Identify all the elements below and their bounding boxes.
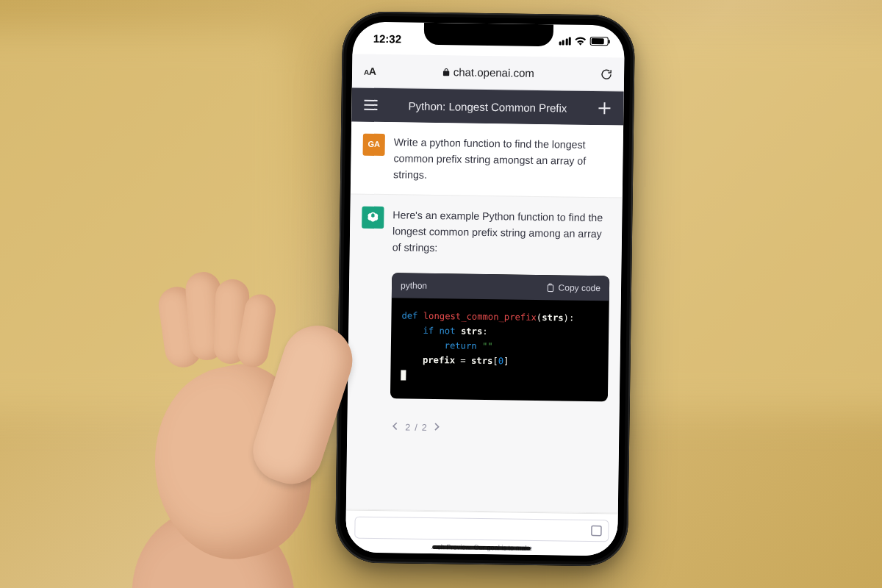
plus-icon <box>598 101 611 115</box>
wifi-icon <box>575 37 587 46</box>
lock-icon <box>442 68 450 76</box>
send-icon <box>590 525 602 537</box>
code-token: = <box>460 356 466 366</box>
response-pagination: 2 / 2 <box>390 419 607 440</box>
code-block: python Copy code def longest_common_pref… <box>390 273 609 401</box>
code-token: if <box>423 326 434 336</box>
text-cursor <box>401 370 406 380</box>
assistant-avatar <box>362 207 384 229</box>
phone-notch <box>424 23 553 46</box>
code-language-label: python <box>401 279 427 293</box>
code-token: strs <box>542 312 564 323</box>
aa-big-label: A <box>369 65 376 76</box>
message-input[interactable] <box>354 517 609 542</box>
copy-code-button[interactable]: Copy code <box>545 281 601 295</box>
chat-header: Python: Longest Common Prefix <box>351 87 624 125</box>
assistant-message-text: Here's an example Python function to fin… <box>392 207 611 258</box>
reload-icon <box>600 68 613 81</box>
code-token: "" <box>482 341 493 351</box>
code-header: python Copy code <box>392 273 609 301</box>
message-assistant: Here's an example Python function to fin… <box>346 193 623 513</box>
code-token: strs <box>471 356 493 366</box>
chat-title: Python: Longest Common Prefix <box>390 99 585 115</box>
code-token: strs <box>461 326 483 337</box>
code-token: prefix <box>423 355 455 366</box>
battery-icon <box>590 37 609 46</box>
user-avatar: GA <box>363 134 385 156</box>
clipboard-icon <box>545 283 555 293</box>
code-token: not <box>439 326 455 336</box>
pagination-total: 2 <box>422 420 427 434</box>
url-text: chat.openai.com <box>453 65 534 79</box>
svg-rect-0 <box>548 284 553 291</box>
copy-code-label: Copy code <box>559 281 601 295</box>
status-time: 12:32 <box>373 32 402 45</box>
prev-response-button[interactable] <box>390 419 401 437</box>
code-token: return <box>445 340 477 351</box>
pagination-current: 2 <box>405 420 410 434</box>
reader-textsize-button[interactable]: AA <box>361 62 379 79</box>
code-token: longest_common_prefix <box>423 311 537 323</box>
new-chat-button[interactable] <box>594 98 614 118</box>
conversation: GA Write a python function to find the l… <box>346 121 623 513</box>
openai-logo-icon <box>366 211 379 224</box>
code-body[interactable]: def longest_common_prefix(strs): if not … <box>390 298 609 401</box>
menu-button[interactable] <box>360 95 381 115</box>
safari-address-bar: AA chat.openai.com <box>352 54 625 91</box>
user-message-text: Write a python function to find the long… <box>393 134 612 185</box>
url-field[interactable]: chat.openai.com <box>384 65 592 80</box>
svg-rect-1 <box>592 526 601 536</box>
chevron-right-icon <box>433 423 441 431</box>
code-token: def <box>401 310 417 320</box>
message-user: GA Write a python function to find the l… <box>351 121 623 197</box>
cellular-signal-icon <box>559 37 571 45</box>
phone-device: 12:32 AA chat.openai.com <box>335 11 635 566</box>
next-response-button[interactable] <box>431 420 442 437</box>
reload-button[interactable] <box>598 65 615 83</box>
hamburger-icon <box>363 99 378 111</box>
pagination-sep: / <box>415 420 417 434</box>
status-indicators <box>559 36 609 46</box>
chevron-left-icon <box>391 422 399 430</box>
phone-screen: 12:32 AA chat.openai.com <box>345 21 625 556</box>
